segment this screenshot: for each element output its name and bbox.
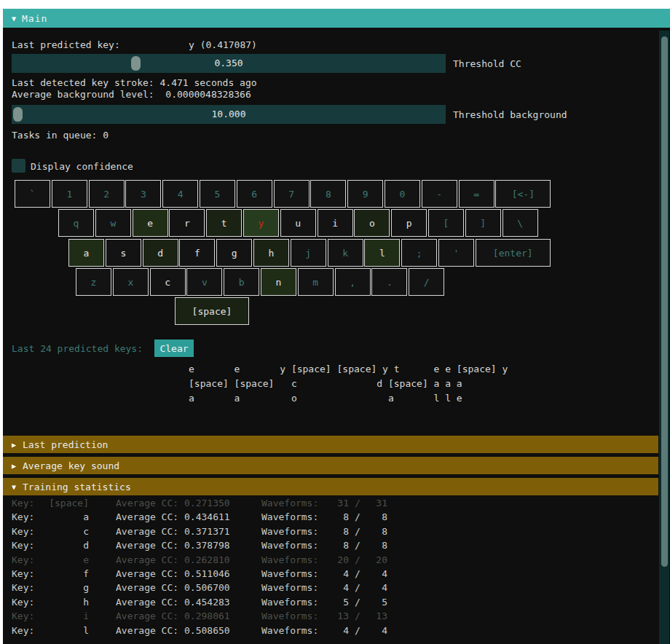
triangle-right-icon[interactable]: ▶: [12, 441, 16, 449]
stats-cell: g: [39, 582, 89, 593]
triangle-right-icon[interactable]: ▶: [12, 462, 16, 470]
stats-cell: /: [355, 498, 360, 508]
section-header-last-prediction[interactable]: ▶Last prediction: [3, 436, 658, 453]
stats-cell: 8: [366, 511, 387, 522]
threshold-cc-slider[interactable]: 0.350: [12, 54, 446, 73]
stats-cell: 0.511046: [184, 568, 230, 579]
key-.: .: [371, 268, 407, 296]
stats-cell: 4: [366, 582, 387, 593]
stats-cell: 8: [316, 526, 349, 537]
stats-cell: /: [355, 526, 360, 537]
threshold-background-slider[interactable]: 10.000: [12, 105, 446, 124]
stats-row-l: Key:lAverage CC:0.508650Waveforms:4/4: [3, 625, 662, 639]
stats-cell: Key:: [12, 568, 34, 579]
stats-cell: Key:: [12, 511, 34, 522]
page: { "window": { "title": "Main", "collapse…: [0, 0, 670, 644]
key-3: 3: [125, 180, 161, 208]
key-9: 9: [347, 180, 383, 208]
window-title: Main: [22, 13, 47, 24]
stats-cell: Average CC:: [116, 625, 178, 636]
key-;: ;: [401, 239, 437, 267]
key-h: h: [253, 239, 289, 267]
key-y: y: [243, 209, 279, 237]
stats-cell: 0.454283: [184, 597, 230, 608]
section-label: Last prediction: [23, 439, 108, 450]
collapse-arrow-icon[interactable]: ▼: [12, 15, 16, 23]
stats-cell: Average CC:: [116, 597, 178, 608]
section-header-average-key-sound[interactable]: ▶Average key sound: [3, 457, 658, 474]
key-a: a: [68, 239, 104, 267]
stats-cell: 8: [366, 540, 387, 551]
stats-cell: 8: [316, 511, 349, 522]
stats-cell: Waveforms:: [261, 610, 318, 621]
key-/: /: [409, 268, 444, 296]
keyboard-row: zxcvbnm,./: [76, 268, 446, 296]
predicted-keys-row: a a o a l l e: [189, 393, 462, 404]
key-e: e: [133, 209, 168, 237]
stats-row-f: Key:fAverage CC:0.511046Waveforms:4/4: [3, 568, 662, 582]
stats-cell: Waveforms:: [261, 540, 318, 551]
stats-cell: Average CC:: [116, 554, 178, 565]
stats-cell: Key:: [12, 625, 34, 636]
key-5: 5: [200, 180, 235, 208]
key-r: r: [169, 209, 205, 237]
stats-row-h: Key:hAverage CC:0.454283Waveforms:5/5: [3, 597, 662, 610]
last-predicted-value: y (0.417087): [189, 39, 257, 50]
key-w: w: [95, 209, 131, 237]
stats-cell: /: [355, 511, 360, 522]
triangle-down-icon[interactable]: ▼: [12, 483, 16, 491]
stats-cell: 4: [316, 568, 349, 579]
key-6: 6: [237, 180, 272, 208]
stats-cell: /: [355, 568, 360, 579]
stats-cell: l: [39, 625, 89, 636]
threshold-cc-value: 0.350: [12, 58, 446, 68]
key-\: \: [502, 209, 538, 237]
stats-cell: 0.434611: [184, 511, 230, 522]
stats-cell: Key:: [12, 498, 34, 508]
stats-cell: Waveforms:: [261, 498, 318, 508]
stats-cell: 0.298061: [184, 610, 230, 621]
vertical-scrollbar[interactable]: [659, 31, 669, 644]
key-[space]: [space]: [175, 297, 249, 325]
stats-cell: Waveforms:: [261, 511, 318, 522]
key-q: q: [58, 209, 94, 237]
key-x: x: [113, 268, 149, 296]
stats-cell: d: [39, 540, 89, 551]
key-': ': [438, 239, 474, 267]
stats-cell: Waveforms:: [261, 582, 318, 593]
key-m: m: [298, 268, 334, 296]
stats-cell: e: [39, 554, 89, 565]
key-n: n: [261, 268, 296, 296]
window-titlebar[interactable]: ▼ Main: [3, 9, 670, 28]
avg-background-text: Average background level: 0.000004832836…: [12, 89, 251, 100]
key-7: 7: [274, 180, 310, 208]
section-header-training-statistics[interactable]: ▼Training statistics: [3, 478, 658, 495]
stats-cell: i: [39, 610, 89, 621]
stats-cell: Average CC:: [116, 498, 178, 508]
stats-cell: 5: [366, 597, 387, 608]
threshold-cc-label: Threshold CC: [453, 58, 521, 69]
display-confidence-checkbox[interactable]: [12, 159, 25, 173]
stats-row-e: Key:eAverage CC:0.262810Waveforms:20/20: [3, 554, 662, 568]
clear-button[interactable]: Clear: [154, 339, 194, 357]
stats-cell: 31: [316, 498, 349, 508]
stats-cell: Key:: [12, 582, 34, 593]
vertical-scrollbar-grab[interactable]: [661, 36, 668, 567]
stats-row-[space]: Key:[space]Average CC:0.271350Waveforms:…: [3, 498, 662, 511]
stats-cell: Average CC:: [116, 610, 178, 621]
stats-cell: 0.271350: [184, 498, 230, 508]
section-label: Training statistics: [23, 482, 131, 492]
key-[: [: [428, 209, 464, 237]
stats-cell: 4: [366, 625, 387, 636]
key-0: 0: [385, 180, 420, 208]
key-k: k: [328, 239, 363, 267]
stats-cell: Waveforms:: [261, 526, 318, 537]
key-u: u: [280, 209, 316, 237]
key-[enter]: [enter]: [476, 239, 551, 267]
key-g: g: [216, 239, 252, 267]
stats-cell: Average CC:: [116, 526, 178, 537]
stats-cell: Key:: [12, 597, 34, 608]
key-o: o: [354, 209, 390, 237]
key-t: t: [206, 209, 242, 237]
stats-cell: 0.506700: [184, 582, 230, 593]
